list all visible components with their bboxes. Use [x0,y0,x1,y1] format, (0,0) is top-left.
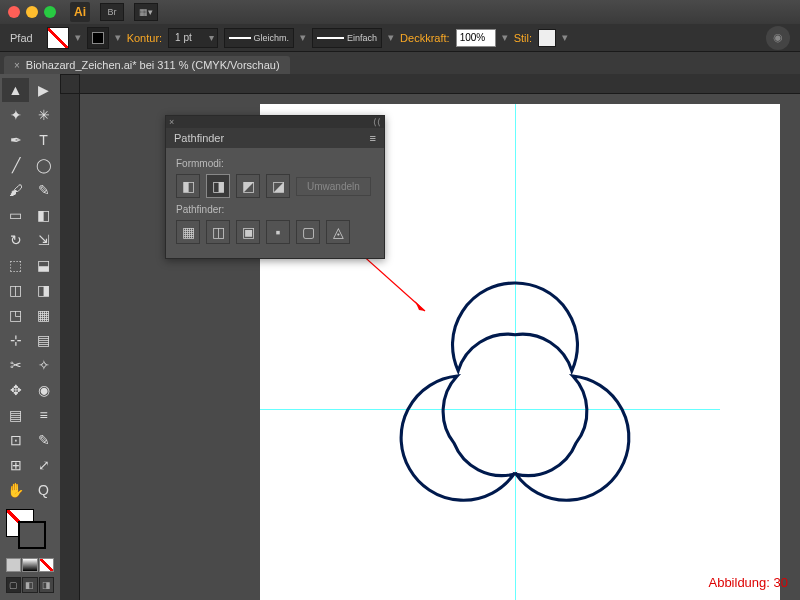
tool-button[interactable]: T [30,128,57,152]
tool-button[interactable]: ✎ [30,178,57,202]
stroke-label: Kontur: [127,32,162,44]
minimize-window-icon[interactable] [26,6,38,18]
brush-dropdown[interactable]: Einfach [312,28,382,48]
zoom-window-icon[interactable] [44,6,56,18]
stroke-indicator[interactable] [18,521,46,549]
object-type-label: Pfad [10,32,33,44]
tool-button[interactable]: ✥ [2,378,29,402]
tool-button[interactable]: ⇲ [30,228,57,252]
prefs-icon[interactable]: ◉ [766,26,790,50]
minus-front-icon[interactable]: ◨ [206,174,230,198]
ruler-horizontal [80,74,800,94]
ruler-corner [60,74,80,94]
tools-panel: ▲▶✦✳✒T╱◯🖌✎▭◧↻⇲⬚⬓◫◨◳▦⊹▤✂✧✥◉▤≡⊡✎⊞⤢✋Q▢◧◨ [0,74,60,600]
tool-button[interactable]: ◳ [2,303,29,327]
gradient-mode[interactable] [22,558,37,572]
tool-button[interactable]: ◯ [30,153,57,177]
tool-button[interactable]: ✒ [2,128,29,152]
outline-icon[interactable]: ▢ [296,220,320,244]
stroke-weight-field[interactable]: 1 pt [168,28,218,48]
tool-button[interactable]: ▦ [30,303,57,327]
title-bar: Ai Br ▦▾ [0,0,800,24]
tool-button[interactable]: ⬚ [2,253,29,277]
arrange-docs-button[interactable]: ▦▾ [134,3,158,21]
ruler-vertical [60,94,80,600]
draw-inside[interactable]: ◨ [39,577,54,593]
tool-button[interactable]: ⬓ [30,253,57,277]
tool-button[interactable]: ✦ [2,103,29,127]
tool-button[interactable]: ▶ [30,78,57,102]
stroke-swatch[interactable] [87,27,109,49]
tool-button[interactable]: ◫ [2,278,29,302]
tool-button[interactable]: ✎ [30,428,57,452]
tool-button[interactable]: ↻ [2,228,29,252]
document-tab-bar: × Biohazard_Zeichen.ai* bei 311 % (CMYK/… [0,52,800,74]
close-window-icon[interactable] [8,6,20,18]
shape-modes-label: Formmodi: [176,158,374,169]
tool-button[interactable]: Q [30,478,57,502]
fill-swatch[interactable] [47,27,69,49]
tool-button[interactable]: ▭ [2,203,29,227]
biohazard-path[interactable] [360,252,670,562]
figure-caption: Abbildung: 30 [708,575,788,590]
tool-button[interactable]: ╱ [2,153,29,177]
intersect-icon[interactable]: ◩ [236,174,260,198]
trim-icon[interactable]: ◫ [206,220,230,244]
tool-button[interactable]: ⤢ [30,453,57,477]
none-mode[interactable] [39,558,54,572]
tool-button[interactable]: ≡ [30,403,57,427]
panel-menu-icon[interactable]: ≡ [370,132,376,144]
tool-button[interactable]: ⊹ [2,328,29,352]
pathfinder-panel: × ⟨⟨ Pathfinder ≡ Formmodi: ◧ ◨ ◩ ◪ Umwa… [165,115,385,259]
unite-icon[interactable]: ◧ [176,174,200,198]
tool-button[interactable]: ✂ [2,353,29,377]
opacity-label: Deckkraft: [400,32,450,44]
pathfinder-ops-label: Pathfinder: [176,204,374,215]
merge-icon[interactable]: ▣ [236,220,260,244]
tool-button[interactable]: ◨ [30,278,57,302]
draw-behind[interactable]: ◧ [22,577,37,593]
app-icon: Ai [70,2,90,22]
panel-title: Pathfinder [174,132,224,144]
bridge-button[interactable]: Br [100,3,124,21]
tool-button[interactable]: ▤ [2,403,29,427]
profile-dropdown[interactable]: Gleichm. [224,28,294,48]
tool-button[interactable]: ⊡ [2,428,29,452]
tool-button[interactable]: 🖌 [2,178,29,202]
tab-close-icon[interactable]: × [14,60,20,71]
draw-mode[interactable]: ▢ [6,577,21,593]
tool-button[interactable]: ◉ [30,378,57,402]
divide-icon[interactable]: ▦ [176,220,200,244]
minus-back-icon[interactable]: ◬ [326,220,350,244]
tool-button[interactable]: ▲ [2,78,29,102]
tool-button[interactable]: ◧ [30,203,57,227]
tool-button[interactable]: ⊞ [2,453,29,477]
style-label: Stil: [514,32,532,44]
crop-icon[interactable]: ▪ [266,220,290,244]
tool-button[interactable]: ▤ [30,328,57,352]
tab-title: Biohazard_Zeichen.ai* bei 311 % (CMYK/Vo… [26,59,280,71]
expand-button[interactable]: Umwandeln [296,177,371,196]
opacity-field[interactable]: 100% [456,29,496,47]
panel-close-icon[interactable]: × [169,117,174,127]
exclude-icon[interactable]: ◪ [266,174,290,198]
color-mode[interactable] [6,558,21,572]
style-swatch[interactable] [538,29,556,47]
tool-button[interactable]: ✳ [30,103,57,127]
tool-button[interactable]: ✋ [2,478,29,502]
tool-button[interactable]: ✧ [30,353,57,377]
document-tab[interactable]: × Biohazard_Zeichen.ai* bei 311 % (CMYK/… [4,56,290,74]
control-bar: Pfad ▾ ▾ Kontur: 1 pt Gleichm. ▾ Einfach… [0,24,800,52]
